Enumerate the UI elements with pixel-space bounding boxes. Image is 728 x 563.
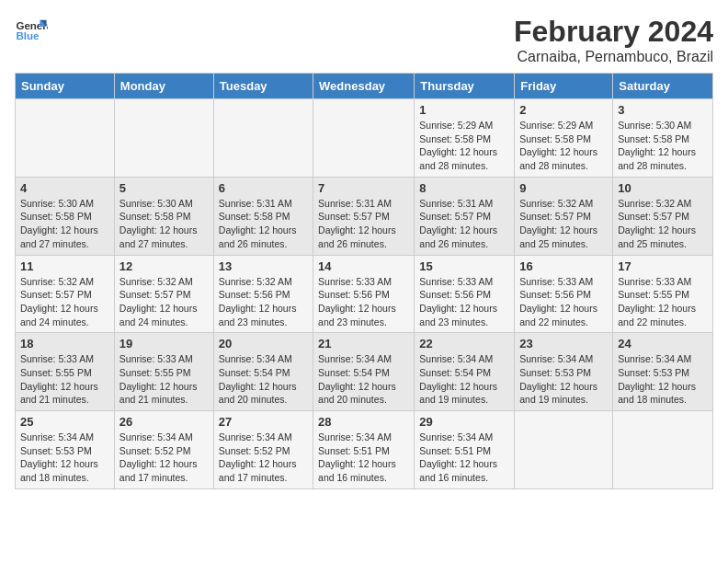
logo-icon: General Blue: [15, 15, 48, 48]
day-info: Sunrise: 5:31 AM Sunset: 5:58 PM Dayligh…: [219, 197, 308, 251]
day-number: 2: [519, 103, 608, 117]
day-number: 9: [519, 181, 608, 195]
day-cell: 5Sunrise: 5:30 AM Sunset: 5:58 PM Daylig…: [114, 177, 213, 255]
day-cell: [313, 99, 415, 178]
day-cell: 29Sunrise: 5:34 AM Sunset: 5:51 PM Dayli…: [415, 411, 515, 489]
day-info: Sunrise: 5:33 AM Sunset: 5:55 PM Dayligh…: [618, 275, 708, 329]
day-info: Sunrise: 5:34 AM Sunset: 5:51 PM Dayligh…: [419, 431, 509, 485]
header-cell-saturday: Saturday: [613, 74, 713, 99]
day-cell: 21Sunrise: 5:34 AM Sunset: 5:54 PM Dayli…: [313, 333, 415, 411]
day-cell: 23Sunrise: 5:34 AM Sunset: 5:53 PM Dayli…: [515, 333, 613, 411]
day-number: 24: [618, 337, 708, 350]
day-cell: [515, 411, 613, 489]
day-info: Sunrise: 5:32 AM Sunset: 5:57 PM Dayligh…: [20, 275, 109, 329]
day-number: 13: [219, 259, 308, 273]
week-row-2: 4Sunrise: 5:30 AM Sunset: 5:58 PM Daylig…: [16, 177, 713, 255]
day-cell: 9Sunrise: 5:32 AM Sunset: 5:57 PM Daylig…: [515, 177, 613, 255]
day-cell: 4Sunrise: 5:30 AM Sunset: 5:58 PM Daylig…: [16, 177, 115, 255]
day-number: 14: [318, 259, 409, 273]
day-cell: 24Sunrise: 5:34 AM Sunset: 5:53 PM Dayli…: [613, 333, 713, 411]
header: General Blue February 2024 Carnaiba, Per…: [15, 15, 713, 65]
day-number: 27: [219, 415, 308, 429]
calendar-table: SundayMondayTuesdayWednesdayThursdayFrid…: [15, 73, 713, 489]
day-info: Sunrise: 5:33 AM Sunset: 5:55 PM Dayligh…: [119, 352, 209, 407]
day-cell: 26Sunrise: 5:34 AM Sunset: 5:52 PM Dayli…: [114, 411, 213, 489]
day-cell: 12Sunrise: 5:32 AM Sunset: 5:57 PM Dayli…: [114, 255, 213, 333]
day-info: Sunrise: 5:33 AM Sunset: 5:55 PM Dayligh…: [20, 352, 109, 407]
day-number: 22: [419, 337, 509, 350]
day-info: Sunrise: 5:34 AM Sunset: 5:54 PM Dayligh…: [419, 352, 509, 407]
day-cell: 19Sunrise: 5:33 AM Sunset: 5:55 PM Dayli…: [114, 333, 213, 411]
day-cell: 20Sunrise: 5:34 AM Sunset: 5:54 PM Dayli…: [213, 333, 313, 411]
day-number: 16: [519, 259, 608, 273]
day-info: Sunrise: 5:31 AM Sunset: 5:57 PM Dayligh…: [318, 197, 409, 251]
svg-text:Blue: Blue: [16, 30, 40, 41]
day-info: Sunrise: 5:29 AM Sunset: 5:58 PM Dayligh…: [419, 119, 509, 173]
week-row-5: 25Sunrise: 5:34 AM Sunset: 5:53 PM Dayli…: [16, 411, 713, 489]
title-area: February 2024 Carnaiba, Pernambuco, Braz…: [514, 15, 713, 65]
header-cell-sunday: Sunday: [16, 74, 115, 99]
day-number: 15: [419, 259, 509, 273]
day-cell: 15Sunrise: 5:33 AM Sunset: 5:56 PM Dayli…: [415, 255, 515, 333]
day-info: Sunrise: 5:32 AM Sunset: 5:56 PM Dayligh…: [219, 275, 308, 329]
page-title: February 2024: [514, 15, 713, 49]
week-row-3: 11Sunrise: 5:32 AM Sunset: 5:57 PM Dayli…: [16, 255, 713, 333]
header-cell-monday: Monday: [114, 74, 213, 99]
day-info: Sunrise: 5:33 AM Sunset: 5:56 PM Dayligh…: [419, 275, 509, 329]
day-cell: [114, 99, 213, 178]
week-row-4: 18Sunrise: 5:33 AM Sunset: 5:55 PM Dayli…: [16, 333, 713, 411]
header-cell-tuesday: Tuesday: [213, 74, 313, 99]
day-info: Sunrise: 5:34 AM Sunset: 5:51 PM Dayligh…: [318, 431, 409, 485]
day-info: Sunrise: 5:34 AM Sunset: 5:53 PM Dayligh…: [519, 352, 608, 407]
day-cell: 22Sunrise: 5:34 AM Sunset: 5:54 PM Dayli…: [415, 333, 515, 411]
header-cell-friday: Friday: [515, 74, 613, 99]
day-info: Sunrise: 5:32 AM Sunset: 5:57 PM Dayligh…: [119, 275, 209, 329]
header-cell-wednesday: Wednesday: [313, 74, 415, 99]
day-number: 19: [119, 337, 209, 350]
day-number: 26: [119, 415, 209, 429]
day-number: 12: [119, 259, 209, 273]
day-cell: 1Sunrise: 5:29 AM Sunset: 5:58 PM Daylig…: [415, 99, 515, 178]
day-info: Sunrise: 5:34 AM Sunset: 5:54 PM Dayligh…: [219, 352, 308, 407]
day-number: 7: [318, 181, 409, 195]
day-cell: 16Sunrise: 5:33 AM Sunset: 5:56 PM Dayli…: [515, 255, 613, 333]
day-info: Sunrise: 5:29 AM Sunset: 5:58 PM Dayligh…: [519, 119, 608, 173]
day-number: 1: [419, 103, 509, 117]
day-number: 5: [119, 181, 209, 195]
day-number: 17: [618, 259, 708, 273]
day-number: 25: [20, 415, 109, 429]
day-info: Sunrise: 5:34 AM Sunset: 5:52 PM Dayligh…: [219, 431, 308, 485]
day-cell: 14Sunrise: 5:33 AM Sunset: 5:56 PM Dayli…: [313, 255, 415, 333]
day-number: 11: [20, 259, 109, 273]
day-cell: 13Sunrise: 5:32 AM Sunset: 5:56 PM Dayli…: [213, 255, 313, 333]
week-row-1: 1Sunrise: 5:29 AM Sunset: 5:58 PM Daylig…: [16, 99, 713, 178]
day-info: Sunrise: 5:33 AM Sunset: 5:56 PM Dayligh…: [519, 275, 608, 329]
day-info: Sunrise: 5:34 AM Sunset: 5:53 PM Dayligh…: [618, 352, 708, 407]
day-info: Sunrise: 5:30 AM Sunset: 5:58 PM Dayligh…: [119, 197, 209, 251]
day-number: 21: [318, 337, 409, 350]
logo: General Blue: [15, 15, 48, 48]
day-cell: 3Sunrise: 5:30 AM Sunset: 5:58 PM Daylig…: [613, 99, 713, 178]
day-cell: 25Sunrise: 5:34 AM Sunset: 5:53 PM Dayli…: [16, 411, 115, 489]
day-number: 8: [419, 181, 509, 195]
day-number: 20: [219, 337, 308, 350]
day-number: 4: [20, 181, 109, 195]
header-row: SundayMondayTuesdayWednesdayThursdayFrid…: [16, 74, 713, 99]
day-number: 3: [618, 103, 708, 117]
day-cell: 27Sunrise: 5:34 AM Sunset: 5:52 PM Dayli…: [213, 411, 313, 489]
page-subtitle: Carnaiba, Pernambuco, Brazil: [514, 49, 713, 65]
day-cell: [213, 99, 313, 178]
day-cell: 18Sunrise: 5:33 AM Sunset: 5:55 PM Dayli…: [16, 333, 115, 411]
day-cell: 10Sunrise: 5:32 AM Sunset: 5:57 PM Dayli…: [613, 177, 713, 255]
day-cell: [613, 411, 713, 489]
day-info: Sunrise: 5:32 AM Sunset: 5:57 PM Dayligh…: [618, 197, 708, 251]
day-cell: 2Sunrise: 5:29 AM Sunset: 5:58 PM Daylig…: [515, 99, 613, 178]
day-info: Sunrise: 5:31 AM Sunset: 5:57 PM Dayligh…: [419, 197, 509, 251]
day-cell: 11Sunrise: 5:32 AM Sunset: 5:57 PM Dayli…: [16, 255, 115, 333]
day-cell: 28Sunrise: 5:34 AM Sunset: 5:51 PM Dayli…: [313, 411, 415, 489]
day-info: Sunrise: 5:34 AM Sunset: 5:54 PM Dayligh…: [318, 352, 409, 407]
day-number: 29: [419, 415, 509, 429]
day-cell: 7Sunrise: 5:31 AM Sunset: 5:57 PM Daylig…: [313, 177, 415, 255]
day-info: Sunrise: 5:34 AM Sunset: 5:53 PM Dayligh…: [20, 431, 109, 485]
day-info: Sunrise: 5:32 AM Sunset: 5:57 PM Dayligh…: [519, 197, 608, 251]
